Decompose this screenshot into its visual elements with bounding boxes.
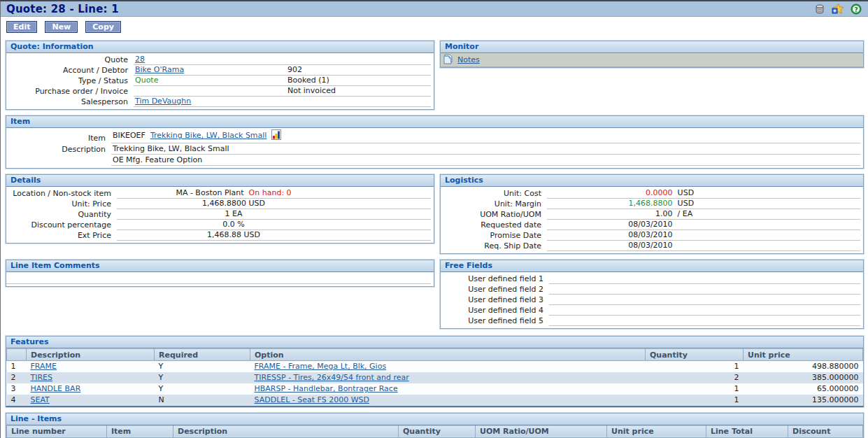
line-item-comments-header: Line Item Comments	[6, 260, 434, 272]
item-header: Item	[6, 116, 863, 128]
quote-information-panel: Quote: Information Quote 28 Account / De…	[6, 41, 434, 110]
table-row: 4 SEAT N SADDLEL - Seat FS 2000 WSD 1 13…	[7, 395, 863, 406]
field-row-description-2: OE Mfg. Feature Option	[6, 155, 860, 166]
copy-button[interactable]: Copy	[85, 21, 121, 33]
feature-unit-price: 498.880000	[744, 361, 863, 372]
item-description-2: OE Mfg. Feature Option	[111, 155, 860, 166]
feature-quantity: 1	[646, 395, 744, 406]
quote-number-link[interactable]: 28	[135, 55, 145, 64]
field-label: Item	[6, 134, 111, 143]
notes-link[interactable]: Notes	[457, 55, 480, 64]
table-row: 2 TIRES Y TIRESSP - Tires, 26x49/54 fron…	[7, 372, 863, 383]
field-label: Purchase order / Invoice	[6, 87, 134, 97]
monitor-panel: Monitor Notes	[440, 41, 864, 68]
feature-option-link[interactable]: HBARSP - Handlebar, Bontrager Race	[255, 384, 398, 393]
feature-quantity: 2	[646, 372, 744, 383]
on-hand-value: On hand: 0	[249, 188, 292, 197]
field-row-item: Item BIKEOEF Trekking Bike, LW, Black Sm…	[6, 129, 860, 143]
field-label: UOM Ratio/UOM	[441, 210, 547, 220]
feature-option-link[interactable]: SADDLEL - Seat FS 2000 WSD	[255, 395, 370, 404]
feature-option-link[interactable]: TIRESSP - Tires, 26x49/54 front and rear	[255, 373, 409, 382]
help-icon[interactable]: ?	[850, 3, 862, 15]
account-link[interactable]: Bike O'Rama	[135, 65, 184, 74]
field-row-description: Description Trekking Bike, LW, Black Sma…	[6, 143, 860, 155]
field-row-quantity: Quantity 1 EA	[6, 209, 431, 220]
svg-text:?: ?	[854, 6, 858, 13]
field-label: User defined field 1	[441, 274, 549, 284]
field-row-quote: Quote 28	[6, 55, 431, 65]
title-bar: Quote: 28 - Line: 1	[1, 1, 868, 17]
udf1-value	[549, 274, 860, 284]
required-flag: Y	[155, 372, 250, 383]
discount-pct-value: 0.0 %	[118, 220, 349, 229]
column-header-description: Description	[27, 349, 155, 361]
field-label: Type / Status	[6, 76, 134, 86]
column-header-discount: Discount	[788, 425, 863, 437]
udf2-value	[549, 284, 860, 295]
field-row-req-ship-date: Req. Ship Date 08/03/2010	[441, 241, 860, 251]
field-row-udf3: User defined field 3	[441, 295, 860, 305]
uom-ratio-value: 1.00	[548, 209, 673, 219]
item-link[interactable]: Trekking Bike, LW, Black Small	[150, 131, 267, 140]
new-button[interactable]: New	[45, 21, 78, 33]
column-header-num	[7, 349, 27, 361]
field-label: Quantity	[6, 210, 117, 220]
field-label: Req. Ship Date	[441, 241, 547, 251]
quote-line-page: Quote: 28 - Line: 1	[0, 0, 868, 438]
field-row-po-invoice: Purchase order / Invoice Not invoiced	[6, 86, 431, 97]
features-header: Features	[6, 337, 863, 348]
field-row-type-status: Type / Status Quote Booked (1)	[6, 76, 431, 86]
promise-date-value: 08/03/2010	[548, 230, 673, 240]
field-row-udf4: User defined field 4	[441, 305, 860, 316]
favorites-add-icon[interactable]	[832, 3, 844, 15]
udf5-value	[549, 316, 860, 326]
database-icon[interactable]	[813, 3, 826, 15]
features-table: Description Required Option Quantity Uni…	[6, 348, 863, 406]
salesperson-link[interactable]: Tim DeVaughn	[135, 97, 191, 106]
feature-description-link[interactable]: FRAME	[31, 362, 57, 371]
feature-quantity: 1	[646, 383, 744, 395]
quantity-value: 1 EA	[118, 209, 349, 219]
field-label: Unit: Price	[6, 199, 117, 209]
column-header-option: Option	[250, 349, 646, 361]
feature-unit-price: 135.000000	[744, 395, 863, 406]
free-fields-header: Free Fields	[441, 260, 863, 272]
field-label: Account / Debtor	[6, 66, 134, 76]
feature-unit-price: 385.000000	[744, 372, 863, 383]
field-row-promise-date: Promise Date 08/03/2010	[441, 230, 860, 241]
field-label: User defined field 5	[441, 316, 549, 326]
page-title: Quote: 28 - Line: 1	[6, 3, 813, 15]
feature-description-link[interactable]: TIRES	[31, 373, 53, 382]
field-row-location: Location / Non-stock item MA - Boston Pl…	[6, 188, 431, 199]
field-row-salesperson: Salesperson Tim DeVaughn	[6, 97, 431, 107]
invoice-status-value: Not invoiced	[287, 86, 429, 96]
column-header-item: Item	[107, 425, 173, 437]
comments-empty-row	[6, 274, 431, 284]
line-items-header: Line - Items	[6, 414, 863, 425]
bar-chart-icon[interactable]	[271, 129, 281, 143]
line-items-panel: Line - Items Line number Item Descriptio…	[6, 413, 864, 438]
row-number: 2	[7, 372, 27, 383]
feature-description-link[interactable]: HANDLE BAR	[31, 384, 81, 393]
table-row: 1 FRAME Y FRAME - Frame, Mega Lt, Blk, G…	[7, 361, 863, 372]
field-row-udf2: User defined field 2	[441, 284, 860, 295]
unit-price-value: 1,468.8800 USD	[118, 199, 349, 209]
row-number: 1	[7, 361, 27, 372]
udf4-value	[549, 305, 860, 316]
edit-button[interactable]: Edit	[6, 21, 37, 33]
column-header-unit-price: Unit price	[744, 349, 863, 361]
field-label: Description	[6, 145, 111, 155]
field-row-discount-pct: Discount percentage 0.0 %	[6, 220, 431, 230]
column-header-line-total: Line Total	[706, 425, 788, 437]
debtor-number: 902	[287, 65, 429, 75]
feature-description-link[interactable]: SEAT	[31, 395, 50, 404]
field-row-account-debtor: Account / Debtor Bike O'Rama 902	[6, 65, 431, 76]
line-items-header-row: Line number Item Description Quantity UO…	[7, 425, 863, 437]
quote-information-header: Quote: Information	[6, 41, 434, 53]
monitor-notes-row[interactable]: Notes	[441, 53, 863, 67]
item-code: BIKEOEF	[113, 131, 145, 140]
field-label: Salesperson	[6, 97, 134, 107]
feature-option-link[interactable]: FRAME - Frame, Mega Lt, Blk, Gios	[255, 362, 387, 371]
column-header-required: Required	[155, 349, 250, 361]
field-label: Unit: Cost	[441, 189, 547, 199]
